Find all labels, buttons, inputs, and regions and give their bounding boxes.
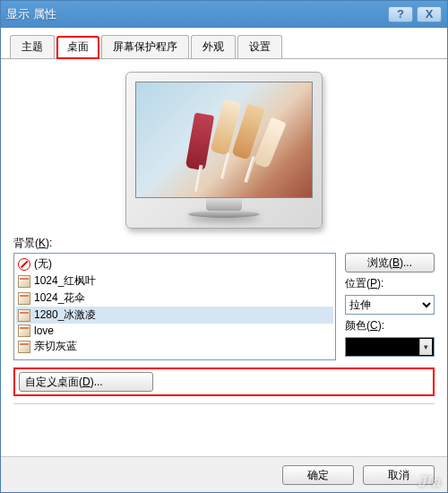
list-item[interactable]: 1280_冰激凌 bbox=[16, 307, 333, 324]
customize-desktop-row: 自定义桌面(D)... bbox=[13, 368, 435, 396]
image-file-icon bbox=[18, 341, 30, 353]
chevron-down-icon: ▾ bbox=[419, 339, 432, 355]
background-list[interactable]: (无) 1024_红枫叶 1024_花伞 1280_冰激凌 love bbox=[13, 253, 336, 360]
image-file-icon bbox=[18, 275, 30, 288]
tab-appearance[interactable]: 外观 bbox=[191, 35, 236, 58]
position-select[interactable]: 拉伸 bbox=[345, 295, 435, 315]
ok-button[interactable]: 确定 bbox=[282, 465, 354, 485]
list-item[interactable]: 1024_花伞 bbox=[16, 290, 333, 307]
list-item[interactable]: 亲切灰蓝 bbox=[16, 338, 333, 355]
color-picker[interactable]: ▾ bbox=[345, 337, 435, 357]
list-item[interactable]: (无) bbox=[16, 255, 333, 272]
tab-screensaver[interactable]: 屏幕保护程序 bbox=[101, 35, 189, 58]
list-item[interactable]: 1024_红枫叶 bbox=[16, 272, 333, 290]
help-button[interactable]: ? bbox=[388, 6, 413, 22]
image-file-icon bbox=[18, 324, 30, 337]
customize-desktop-button[interactable]: 自定义桌面(D)... bbox=[19, 372, 153, 392]
system-buttons: ? X bbox=[388, 6, 442, 22]
browse-button[interactable]: 浏览(B)... bbox=[345, 253, 435, 272]
image-file-icon bbox=[18, 309, 30, 322]
tab-strip: 主题 桌面 屏幕保护程序 外观 设置 bbox=[1, 28, 447, 59]
tab-desktop[interactable]: 桌面 bbox=[56, 36, 99, 59]
tab-content-desktop: 背景(K): (无) 1024_红枫叶 1024_花伞 1280_冰激 bbox=[1, 59, 447, 417]
color-label: 颜色(C): bbox=[345, 318, 435, 333]
list-item[interactable]: love bbox=[16, 324, 333, 338]
image-file-icon bbox=[18, 292, 30, 305]
monitor-frame bbox=[125, 72, 323, 229]
background-panel: (无) 1024_红枫叶 1024_花伞 1280_冰激凌 love bbox=[13, 253, 435, 360]
monitor-stand bbox=[206, 198, 242, 211]
none-icon bbox=[18, 258, 30, 271]
monitor-base bbox=[188, 211, 260, 218]
dialog-button-bar: 确定 取消 J!a bbox=[1, 456, 447, 492]
position-label: 位置(P): bbox=[345, 276, 435, 291]
close-button[interactable]: X bbox=[417, 6, 442, 22]
tab-settings[interactable]: 设置 bbox=[237, 35, 282, 58]
display-properties-window: 显示 属性 ? X 主题 桌面 屏幕保护程序 外观 设置 bbox=[0, 0, 448, 493]
background-label: 背景(K): bbox=[13, 236, 435, 251]
titlebar: 显示 属性 ? X bbox=[1, 1, 447, 28]
divider bbox=[13, 403, 435, 404]
tab-themes[interactable]: 主题 bbox=[10, 35, 55, 58]
wallpaper-preview bbox=[135, 82, 313, 198]
monitor-preview-area bbox=[13, 66, 435, 232]
watermark: J!a bbox=[418, 474, 442, 490]
window-title: 显示 属性 bbox=[6, 6, 388, 22]
background-options: 浏览(B)... 位置(P): 拉伸 颜色(C): ▾ bbox=[345, 253, 435, 360]
